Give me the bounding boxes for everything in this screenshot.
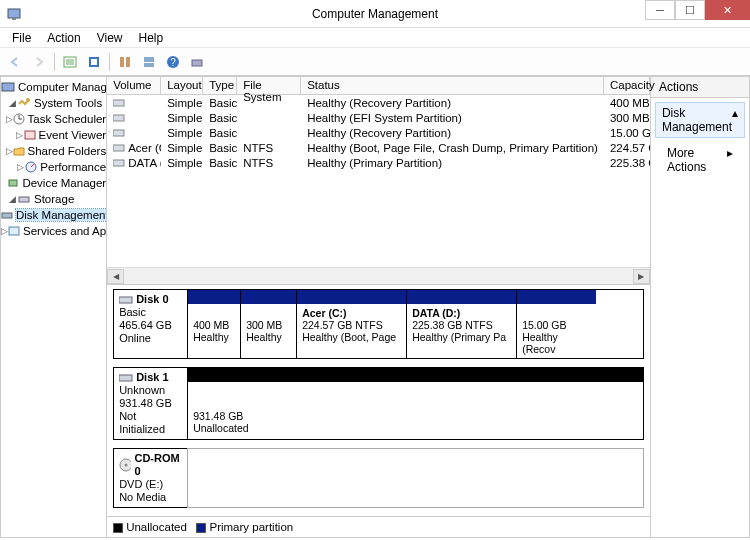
svg-rect-6 xyxy=(144,57,154,62)
legend-swatch-unallocated xyxy=(113,523,123,533)
volume-row[interactable]: DATA (D:)SimpleBasicNTFSHealthy (Primary… xyxy=(107,155,650,170)
svg-rect-25 xyxy=(119,297,132,303)
svg-rect-5 xyxy=(126,57,130,67)
tree-system-tools[interactable]: ◢System Tools xyxy=(1,95,106,111)
scroll-right-arrow[interactable]: ▶ xyxy=(633,269,650,284)
navigation-tree[interactable]: Computer Management (Local ◢System Tools… xyxy=(1,77,107,537)
svg-rect-26 xyxy=(119,375,132,381)
svg-rect-11 xyxy=(2,83,14,91)
toolbar: ? xyxy=(0,48,750,76)
content-pane: Volume Layout Type File System Status Ca… xyxy=(107,77,650,537)
toolbar-icon-1[interactable] xyxy=(59,51,81,73)
svg-rect-19 xyxy=(9,227,19,235)
svg-rect-22 xyxy=(113,130,124,136)
collapse-icon[interactable]: ◢ xyxy=(7,98,17,108)
menu-view[interactable]: View xyxy=(89,29,131,47)
tree-shared-folders[interactable]: ▷Shared Folders xyxy=(1,143,106,159)
menu-help[interactable]: Help xyxy=(131,29,172,47)
collapse-arrow-icon: ▴ xyxy=(732,106,738,134)
close-button[interactable]: ✕ xyxy=(705,0,750,20)
svg-rect-16 xyxy=(9,180,17,186)
expand-icon[interactable]: ▷ xyxy=(1,226,8,236)
disk-row[interactable]: Disk 0Basic465.64 GBOnline400 MBHealthy3… xyxy=(113,289,644,359)
tree-root[interactable]: Computer Management (Local xyxy=(1,79,106,95)
col-status[interactable]: Status xyxy=(301,77,604,94)
maximize-button[interactable]: ☐ xyxy=(675,0,705,20)
disk-info[interactable]: Disk 1Unknown931.48 GBNot Initialized xyxy=(113,367,187,440)
submenu-arrow-icon: ▸ xyxy=(727,146,733,174)
col-filesystem[interactable]: File System xyxy=(237,77,301,94)
toolbar-icon-3[interactable] xyxy=(114,51,136,73)
help-button[interactable]: ? xyxy=(162,51,184,73)
svg-rect-7 xyxy=(144,63,154,67)
toolbar-icon-4[interactable] xyxy=(138,51,160,73)
partition[interactable]: Acer (C:)224.57 GB NTFSHealthy (Boot, Pa… xyxy=(296,290,406,358)
menu-file[interactable]: File xyxy=(4,29,39,47)
svg-rect-10 xyxy=(192,60,202,66)
svg-rect-0 xyxy=(8,9,20,18)
app-icon xyxy=(6,6,22,22)
drive-icon xyxy=(113,98,125,108)
actions-more-link[interactable]: More Actions▸ xyxy=(651,142,749,178)
legend-swatch-primary xyxy=(196,523,206,533)
col-volume[interactable]: Volume xyxy=(107,77,161,94)
drive-icon xyxy=(113,143,125,153)
unallocated-space[interactable]: 931.48 GBUnallocated xyxy=(188,368,643,439)
separator xyxy=(54,53,55,71)
menu-action[interactable]: Action xyxy=(39,29,88,47)
col-layout[interactable]: Layout xyxy=(161,77,203,94)
svg-point-12 xyxy=(26,98,30,102)
col-type[interactable]: Type xyxy=(203,77,237,94)
svg-rect-18 xyxy=(2,213,12,218)
collapse-icon[interactable]: ◢ xyxy=(7,194,17,204)
separator xyxy=(109,53,110,71)
svg-rect-20 xyxy=(113,100,124,106)
svg-text:?: ? xyxy=(170,57,176,68)
toolbar-icon-6[interactable] xyxy=(186,51,208,73)
drive-icon xyxy=(113,158,125,168)
refresh-button[interactable] xyxy=(83,51,105,73)
disk-layout-panel[interactable]: Disk 0Basic465.64 GBOnline400 MBHealthy3… xyxy=(107,285,650,516)
tree-storage[interactable]: ◢Storage xyxy=(1,191,106,207)
partition[interactable]: 15.00 GBHealthy (Recov xyxy=(516,290,596,358)
disk-info[interactable]: CD-ROM 0DVD (E:)No Media xyxy=(113,448,187,508)
tree-disk-management[interactable]: Disk Management xyxy=(1,207,106,223)
drive-icon xyxy=(113,113,125,123)
tree-task-scheduler[interactable]: ▷Task Scheduler xyxy=(1,111,106,127)
expand-icon[interactable]: ▷ xyxy=(6,114,13,124)
scroll-left-arrow[interactable]: ◀ xyxy=(107,269,124,284)
svg-rect-21 xyxy=(113,115,124,121)
horizontal-scrollbar[interactable]: ◀ ▶ xyxy=(107,267,650,284)
tree-device-manager[interactable]: Device Manager xyxy=(1,175,106,191)
back-button[interactable] xyxy=(4,51,26,73)
svg-rect-4 xyxy=(120,57,124,67)
tree-services[interactable]: ▷Services and Applications xyxy=(1,223,106,239)
volume-row[interactable]: SimpleBasicHealthy (Recovery Partition)4… xyxy=(107,95,650,110)
expand-icon[interactable]: ▷ xyxy=(16,130,24,140)
disk-row[interactable]: CD-ROM 0DVD (E:)No Media xyxy=(113,448,644,508)
expand-icon[interactable]: ▷ xyxy=(6,146,13,156)
volume-row[interactable]: SimpleBasicHealthy (EFI System Partition… xyxy=(107,110,650,125)
actions-section[interactable]: Disk Management▴ xyxy=(655,102,745,138)
legend: Unallocated Primary partition xyxy=(107,516,650,537)
volumes-table[interactable]: Volume Layout Type File System Status Ca… xyxy=(107,77,650,285)
minimize-button[interactable]: ─ xyxy=(645,0,675,20)
columns-header[interactable]: Volume Layout Type File System Status Ca… xyxy=(107,77,650,95)
partition[interactable]: DATA (D:)225.38 GB NTFSHealthy (Primary … xyxy=(406,290,516,358)
svg-rect-1 xyxy=(12,18,16,20)
col-capacity[interactable]: Capacity xyxy=(604,77,650,94)
title-bar: Computer Management ─ ☐ ✕ xyxy=(0,0,750,28)
tree-performance[interactable]: ▷Performance xyxy=(1,159,106,175)
svg-point-28 xyxy=(125,464,128,467)
volume-row[interactable]: SimpleBasicHealthy (Recovery Partition)1… xyxy=(107,125,650,140)
disk-row[interactable]: Disk 1Unknown931.48 GBNot Initialized931… xyxy=(113,367,644,440)
forward-button[interactable] xyxy=(28,51,50,73)
tree-event-viewer[interactable]: ▷Event Viewer xyxy=(1,127,106,143)
volume-row[interactable]: Acer (C:)SimpleBasicNTFSHealthy (Boot, P… xyxy=(107,140,650,155)
partition[interactable]: 400 MBHealthy xyxy=(188,290,240,358)
actions-header: Actions xyxy=(651,77,749,98)
expand-icon[interactable]: ▷ xyxy=(17,162,26,172)
partition[interactable]: 300 MBHealthy xyxy=(240,290,296,358)
disk-info[interactable]: Disk 0Basic465.64 GBOnline xyxy=(113,289,187,359)
svg-rect-24 xyxy=(113,160,124,166)
